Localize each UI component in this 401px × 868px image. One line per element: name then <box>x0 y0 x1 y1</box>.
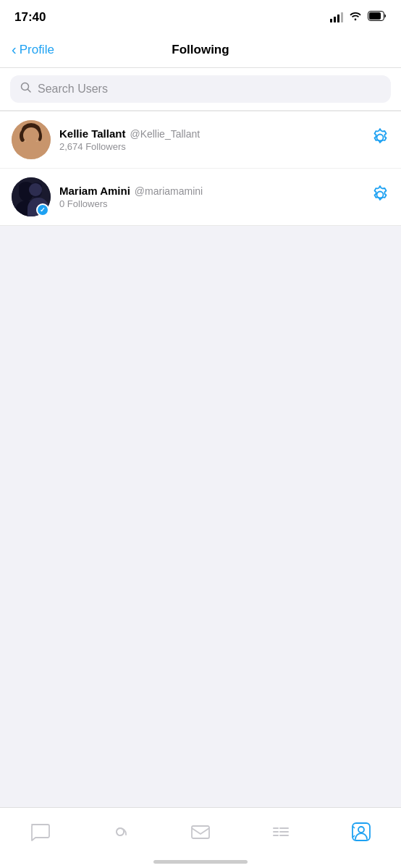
gear-icon-kellie[interactable] <box>371 128 389 151</box>
svg-point-31 <box>358 827 364 833</box>
status-bar: 17:40 <box>0 0 401 32</box>
gear-icon-mariam[interactable] <box>371 185 389 208</box>
mail-icon <box>190 822 211 847</box>
user-name-mariam: Mariam Amini <box>59 185 130 197</box>
user-followers-kellie: 2,674 Followers <box>59 141 362 152</box>
svg-point-13 <box>38 131 42 141</box>
svg-rect-23 <box>192 826 209 838</box>
svg-point-12 <box>20 130 25 142</box>
avatar-kellie <box>12 120 51 159</box>
svg-point-9 <box>23 127 39 145</box>
user-handle-mariam: @mariamamini <box>135 185 203 197</box>
user-followers-mariam: 0 Followers <box>59 198 362 209</box>
svg-rect-1 <box>334 17 336 22</box>
svg-point-11 <box>22 123 41 138</box>
status-time: 17:40 <box>14 10 46 25</box>
chevron-left-icon: ‹ <box>12 42 17 56</box>
wifi-icon <box>349 11 362 24</box>
tab-bar <box>0 807 401 868</box>
messages-icon <box>30 822 50 847</box>
tab-mail[interactable] <box>182 819 219 851</box>
battery-icon <box>368 11 387 24</box>
svg-point-21 <box>30 182 42 190</box>
nav-bar: ‹ Profile Following <box>0 32 401 68</box>
avatar-container-kellie <box>12 120 51 159</box>
status-icons <box>330 11 387 24</box>
profile-icon <box>351 822 371 847</box>
search-input[interactable]: Search Users <box>38 83 108 96</box>
verified-badge-mariam: ✓ <box>36 203 49 216</box>
user-handle-kellie: @Kellie_Tallant <box>130 128 200 140</box>
svg-rect-20 <box>19 185 35 192</box>
svg-rect-5 <box>369 12 381 20</box>
home-indicator <box>153 860 248 864</box>
signal-icon <box>330 12 343 22</box>
back-label: Profile <box>20 43 54 57</box>
list-icon <box>271 822 291 847</box>
tab-profile[interactable] <box>343 819 379 851</box>
svg-rect-3 <box>341 12 343 22</box>
tab-messages[interactable] <box>22 819 58 851</box>
svg-rect-2 <box>337 14 339 22</box>
back-button[interactable]: ‹ Profile <box>12 43 54 57</box>
search-container: Search Users <box>0 68 401 111</box>
user-row-mariam[interactable]: ✓ Mariam Amini @mariamamini 0 Followers <box>0 169 401 225</box>
svg-point-10 <box>18 148 44 159</box>
user-name-kellie: Kellie Tallant <box>59 127 125 140</box>
users-list: Kellie Tallant @Kellie_Tallant 2,674 Fol… <box>0 111 401 226</box>
user-row-kellie[interactable]: Kellie Tallant @Kellie_Tallant 2,674 Fol… <box>0 111 401 169</box>
tab-mentions[interactable] <box>102 819 138 851</box>
search-icon <box>20 82 32 96</box>
svg-rect-0 <box>330 19 332 22</box>
search-bar[interactable]: Search Users <box>10 75 391 103</box>
verified-check-icon: ✓ <box>40 207 46 214</box>
mentions-icon <box>110 822 130 847</box>
main-content-area <box>0 226 401 696</box>
user-info-kellie: Kellie Tallant @Kellie_Tallant 2,674 Fol… <box>59 127 362 152</box>
page-title: Following <box>172 43 229 57</box>
user-info-mariam: Mariam Amini @mariamamini 0 Followers <box>59 185 362 209</box>
avatar-container-mariam: ✓ <box>12 177 51 216</box>
tab-list[interactable] <box>263 819 299 851</box>
